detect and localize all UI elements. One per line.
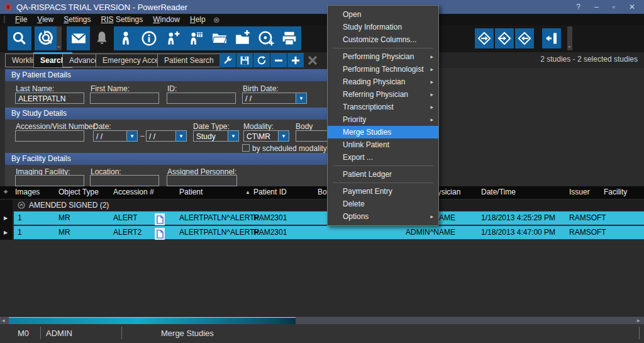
birth-date-input[interactable]: / / <box>242 93 296 104</box>
patient-button[interactable] <box>114 26 138 50</box>
open-study-button[interactable] <box>208 26 231 50</box>
import-study-button[interactable] <box>495 28 514 48</box>
new-study-button[interactable] <box>231 26 255 50</box>
menu-view[interactable]: View <box>32 15 58 24</box>
patient-id-input[interactable] <box>167 93 236 104</box>
menu-item-performing-physician[interactable]: Performing Physician▸ <box>328 50 438 63</box>
powerreader-window: QA-RISPACS TRIAL VERSION - PowerReader ?… <box>0 0 644 343</box>
status-separator <box>121 327 122 339</box>
modality-dropdown-button[interactable]: ▼ <box>279 130 289 142</box>
report-document-icon[interactable] <box>155 228 165 240</box>
last-name-label: Last Name: <box>16 84 54 93</box>
menu-settings[interactable]: Settings <box>58 15 96 24</box>
maximize-button[interactable]: ▫ <box>613 3 615 11</box>
burn-cd-button[interactable] <box>254 26 278 50</box>
menu-item-payment-entry[interactable]: Payment Entry <box>328 185 438 198</box>
search-button[interactable] <box>8 26 31 50</box>
scheduled-modality-checkbox-label: by scheduled modality and <box>252 144 327 153</box>
cell-accession: ALERT2 <box>113 228 142 237</box>
scheduled-modality-checkbox[interactable] <box>242 144 250 152</box>
birth-date-dropdown-button[interactable]: ▼ <box>296 93 307 104</box>
modality-select[interactable]: CT\MR <box>243 130 279 142</box>
accession-input[interactable] <box>15 130 84 142</box>
location-input[interactable] <box>90 175 159 186</box>
notifications-button <box>90 26 114 50</box>
collapse-group-icon[interactable] <box>18 201 25 209</box>
column-header-datetime[interactable]: Date/Time <box>481 188 516 196</box>
first-name-input[interactable] <box>90 93 159 104</box>
study-row-alert2[interactable]: 1MRALERT2ALERTPATLN^ALERTP...RAM2301ADMI… <box>14 226 644 239</box>
print-icon <box>281 30 297 47</box>
print-button[interactable] <box>277 26 301 50</box>
collapse-all-button[interactable] <box>270 53 287 67</box>
last-name-input[interactable]: ALERTPATLN <box>15 93 84 104</box>
mail-button[interactable] <box>67 26 91 50</box>
toolbar-overflow-handle[interactable] <box>57 26 62 50</box>
horizontal-scrollbar[interactable]: ◂ ▸ <box>0 316 644 325</box>
column-header-facility[interactable]: Facility <box>604 188 627 196</box>
close-menu-icon[interactable]: ⊗ <box>213 15 220 25</box>
menu-item-delete[interactable]: Delete <box>328 198 438 210</box>
clear-search-button[interactable] <box>304 53 321 67</box>
worklist-tab-bar: Worklist Search Advanced Emergency Acces… <box>0 52 644 68</box>
date-to-input[interactable]: / / <box>146 130 176 142</box>
menu-item-open[interactable]: Open <box>328 8 438 21</box>
menu-ris-settings[interactable]: RIS Settings <box>96 15 148 24</box>
minimize-button[interactable]: ‒ <box>594 3 599 11</box>
save-search-button[interactable] <box>236 53 253 67</box>
menu-help[interactable]: Help <box>185 15 211 24</box>
refresh-button[interactable] <box>253 53 270 67</box>
menu-item-transcriptionist[interactable]: Transcriptionist▸ <box>328 101 438 113</box>
submenu-arrow-icon: ▸ <box>430 76 433 88</box>
toolbar-overflow-handle-right[interactable] <box>567 26 572 50</box>
cell-patient: ALERTPATLN^ALERTP... <box>179 213 265 222</box>
export-study-button[interactable] <box>475 28 494 48</box>
menu-item-study-information[interactable]: Study Information <box>328 21 438 33</box>
menu-item-patient-ledger[interactable]: Patient Ledger <box>328 168 438 181</box>
menu-item-reading-physician[interactable]: Reading Physician▸ <box>328 76 438 88</box>
cell-datetime: 1/18/2013 4:25:29 PM <box>481 213 555 222</box>
menu-item-unlink-patient[interactable]: Unlink Patient <box>328 138 438 151</box>
menu-window[interactable]: Window <box>148 15 185 24</box>
column-header-patient-id[interactable]: Patient ID <box>253 188 287 196</box>
menu-item-performing-technologist[interactable]: Performing Technologist▸ <box>328 63 438 76</box>
status-action: Merge Studies <box>161 329 214 338</box>
column-header-patient[interactable]: Patient <box>179 188 203 196</box>
column-header-issuer[interactable]: Issuer <box>569 188 590 196</box>
date-from-dropdown-button[interactable]: ▼ <box>127 130 138 142</box>
search-settings-button[interactable] <box>219 53 236 67</box>
exit-button[interactable] <box>542 28 561 48</box>
schedule-patient-button[interactable] <box>184 26 208 50</box>
section-by-facility-details: By Facility Details <box>5 153 327 165</box>
column-header-accession[interactable]: Accession # <box>113 188 154 196</box>
date-type-select[interactable]: Study <box>193 130 228 142</box>
body-part-input[interactable] <box>296 130 327 142</box>
column-header-object-type[interactable]: Object Type <box>58 188 99 196</box>
title-bar: QA-RISPACS TRIAL VERSION - PowerReader ?… <box>0 0 644 14</box>
study-information-button[interactable] <box>137 26 161 50</box>
assigned-personnel-input[interactable] <box>167 175 237 186</box>
help-button[interactable]: ? <box>576 3 580 11</box>
imaging-facility-input[interactable] <box>15 175 84 186</box>
date-type-dropdown-button[interactable]: ▼ <box>228 130 239 142</box>
date-from-input[interactable]: / / <box>93 130 127 142</box>
column-header-images[interactable]: Images <box>15 188 40 196</box>
add-patient-button[interactable] <box>160 26 184 50</box>
menu-item-referring-physician[interactable]: Referring Physician▸ <box>328 88 438 101</box>
menu-file[interactable]: File <box>10 15 32 24</box>
tab-patient-search[interactable]: Patient Search <box>157 53 221 67</box>
menu-item-merge-studies[interactable]: Merge Studies <box>328 126 438 138</box>
menu-item-options[interactable]: Options▸ <box>328 210 438 223</box>
date-to-dropdown-button[interactable]: ▼ <box>176 130 187 142</box>
close-button[interactable]: ✕ <box>629 3 635 11</box>
menu-item-export[interactable]: Export ... <box>328 151 438 164</box>
row-selector-column: ▶ ▶ <box>0 200 13 240</box>
exit-icon <box>544 31 559 46</box>
reset-search-button[interactable] <box>35 26 58 50</box>
send-study-button[interactable] <box>515 28 534 48</box>
plus-icon <box>291 55 301 65</box>
report-document-icon[interactable] <box>155 213 165 225</box>
menu-item-priority[interactable]: Priority▸ <box>328 113 438 126</box>
expand-all-button[interactable] <box>287 53 304 67</box>
menu-item-customize-columns[interactable]: Customize Columns... <box>328 33 438 46</box>
